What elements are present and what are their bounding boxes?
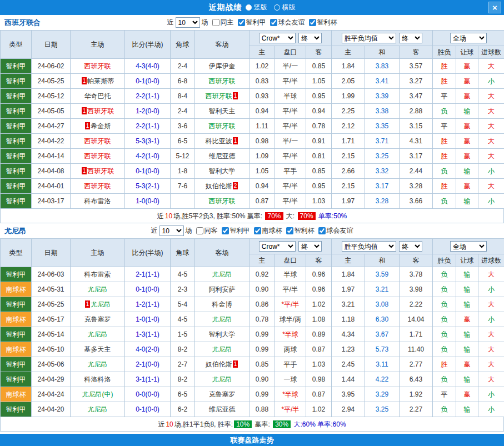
- filter-checkbox[interactable]: [309, 19, 316, 26]
- odds-final-select[interactable]: 终: [298, 241, 322, 252]
- score-cell[interactable]: 0-1(0-0): [125, 282, 171, 297]
- home-team-cell[interactable]: 西班牙联: [71, 179, 125, 194]
- score-cell[interactable]: 1-0(0-0): [125, 194, 171, 209]
- odds-company-select[interactable]: Crow*: [259, 241, 296, 252]
- odds-final-select[interactable]: 终: [298, 33, 322, 43]
- score-cell[interactable]: 2-1(1-1): [125, 267, 171, 282]
- home-team-cell[interactable]: 尤尼昂: [71, 282, 125, 297]
- filter-checkbox[interactable]: [238, 19, 245, 26]
- score-cell[interactable]: 5-3(2-1): [125, 179, 171, 194]
- away-team-cell[interactable]: 智利大学: [195, 327, 249, 342]
- filter-checkbox[interactable]: [286, 227, 293, 234]
- odds-company-select[interactable]: Crow*: [259, 33, 296, 43]
- home-team-cell[interactable]: 科布雷索: [71, 267, 125, 282]
- home-team-cell[interactable]: 1希金斯: [71, 119, 125, 134]
- filter-checkbox-智利杯[interactable]: 智利杯: [309, 18, 337, 27]
- home-team-cell[interactable]: 尤尼昂: [71, 357, 125, 372]
- home-team-cell[interactable]: 基多天主: [71, 342, 125, 357]
- filter-checkbox-球会友谊[interactable]: 球会友谊: [270, 18, 305, 27]
- filter-checkbox[interactable]: [212, 19, 219, 26]
- filter-checkbox[interactable]: [222, 227, 229, 234]
- filter-checkbox-球会友谊[interactable]: 球会友谊: [318, 226, 353, 235]
- home-team-cell[interactable]: 1帕莱斯蒂: [71, 74, 125, 89]
- away-team-cell[interactable]: 尤尼昂: [195, 312, 249, 327]
- filter-checkbox-同主[interactable]: 同主: [212, 18, 234, 27]
- score-cell[interactable]: 0-1(0-0): [125, 164, 171, 179]
- away-team-cell[interactable]: 阿利安萨: [195, 282, 249, 297]
- filter-checkbox[interactable]: [254, 227, 261, 234]
- away-team-cell[interactable]: 尤尼昂: [195, 342, 249, 357]
- europe-final-select[interactable]: 终: [399, 33, 422, 43]
- horizontal-radio[interactable]: [274, 4, 280, 11]
- europe-final-select[interactable]: 终: [399, 241, 422, 252]
- home-team-cell[interactable]: 1西班牙联: [71, 164, 125, 179]
- europe-company-select[interactable]: 胜平负均值: [342, 33, 396, 43]
- scope-select[interactable]: 全场: [450, 241, 487, 252]
- score-cell[interactable]: 1-2(1-1): [125, 297, 171, 312]
- europe-company-select[interactable]: 胜平负均值: [342, 241, 396, 252]
- home-team-cell[interactable]: 科布雷洛: [71, 194, 125, 209]
- away-team-cell[interactable]: 伊库伊奎: [195, 59, 249, 74]
- away-team-cell[interactable]: 西班牙联1: [195, 89, 249, 104]
- home-team-cell[interactable]: 尤尼昂(中): [71, 387, 125, 402]
- score-cell[interactable]: 4-2(1-0): [125, 149, 171, 164]
- filter-checkbox-智利杯[interactable]: 智利杯: [286, 226, 315, 235]
- score-cell[interactable]: 3-1(1-1): [125, 372, 171, 387]
- home-team-cell[interactable]: 克鲁塞罗: [71, 312, 125, 327]
- vertical-radio[interactable]: [246, 4, 252, 11]
- away-team-cell[interactable]: 西班牙联: [195, 74, 249, 89]
- away-team-cell[interactable]: 尤尼昂: [195, 372, 249, 387]
- near-count-select[interactable]: 10: [176, 17, 200, 28]
- away-team-cell[interactable]: 西班牙联: [195, 119, 249, 134]
- score-cell[interactable]: 4-0(2-0): [125, 342, 171, 357]
- score-cell[interactable]: 1-2(0-0): [125, 104, 171, 119]
- score-cell[interactable]: 0-0(0-0): [125, 387, 171, 402]
- away-team-cell[interactable]: 奴伯伦斯1: [195, 357, 249, 372]
- home-team-cell[interactable]: 西班牙联: [71, 134, 125, 149]
- near-count-select[interactable]: 10: [159, 225, 184, 236]
- filter-checkbox[interactable]: [196, 227, 203, 234]
- filter-checkbox[interactable]: [318, 227, 326, 234]
- filter-checkbox[interactable]: [270, 19, 277, 26]
- home-team-cell[interactable]: 华奇巴托: [71, 89, 125, 104]
- away-team-cell[interactable]: 尤尼昂: [195, 267, 249, 282]
- filter-checkbox-南球杯[interactable]: 南球杯: [254, 226, 282, 235]
- corner-cell: 2-7: [171, 357, 195, 372]
- away-team-cell[interactable]: 智利天主: [195, 104, 249, 119]
- score-cell[interactable]: 2-2(1-1): [125, 119, 171, 134]
- home-team-cell[interactable]: 科洛科洛: [71, 372, 125, 387]
- home-team-cell[interactable]: 1尤尼昂: [71, 297, 125, 312]
- away-team-cell[interactable]: 克鲁塞罗: [195, 387, 249, 402]
- result-cell: 平: [433, 89, 456, 104]
- league-trend-bar[interactable]: 联赛盘路走势: [0, 434, 504, 446]
- home-team-cell[interactable]: 西班牙联: [71, 59, 125, 74]
- score-cell[interactable]: 2-1(0-0): [125, 357, 171, 372]
- filter-checkbox-智利甲[interactable]: 智利甲: [222, 226, 250, 235]
- score-cell[interactable]: 4-3(4-0): [125, 59, 171, 74]
- home-team-cell[interactable]: 1西班牙联: [71, 104, 125, 119]
- filter-checkbox-同客[interactable]: 同客: [196, 226, 218, 235]
- away-team-cell[interactable]: 维尼亚德: [195, 149, 249, 164]
- horizontal-radio-label[interactable]: 横版: [282, 3, 296, 12]
- away-team-cell[interactable]: 维尼亚德: [195, 402, 249, 417]
- close-icon[interactable]: ×: [488, 2, 501, 13]
- score-cell[interactable]: 1-0(1-0): [125, 312, 171, 327]
- filter-checkbox-智利甲[interactable]: 智利甲: [238, 18, 266, 27]
- away-team-cell[interactable]: 智利大学: [195, 164, 249, 179]
- score-cell[interactable]: 5-3(3-1): [125, 134, 171, 149]
- away-team-cell[interactable]: 奴伯伦斯2: [195, 179, 249, 194]
- away-team-cell[interactable]: 科金博: [195, 297, 249, 312]
- home-team-cell[interactable]: 尤尼昂: [71, 327, 125, 342]
- away-team-cell[interactable]: 西班牙联: [195, 194, 249, 209]
- vertical-radio-label[interactable]: 竖版: [254, 3, 267, 12]
- home-team-cell[interactable]: 西班牙联: [71, 149, 125, 164]
- score-cell[interactable]: 2-2(1-1): [125, 89, 171, 104]
- score-cell[interactable]: 0-1(0-0): [125, 402, 171, 417]
- score-cell[interactable]: 1-3(1-1): [125, 327, 171, 342]
- score-cell[interactable]: 0-1(0-0): [125, 74, 171, 89]
- scope-select[interactable]: 全场: [450, 33, 487, 43]
- result-cell: 胜: [433, 357, 456, 372]
- away-team-cell[interactable]: 科比亚波1: [195, 134, 249, 149]
- home-team-cell[interactable]: 尤尼昂: [71, 402, 125, 417]
- date-cell: 24-04-22: [32, 134, 71, 149]
